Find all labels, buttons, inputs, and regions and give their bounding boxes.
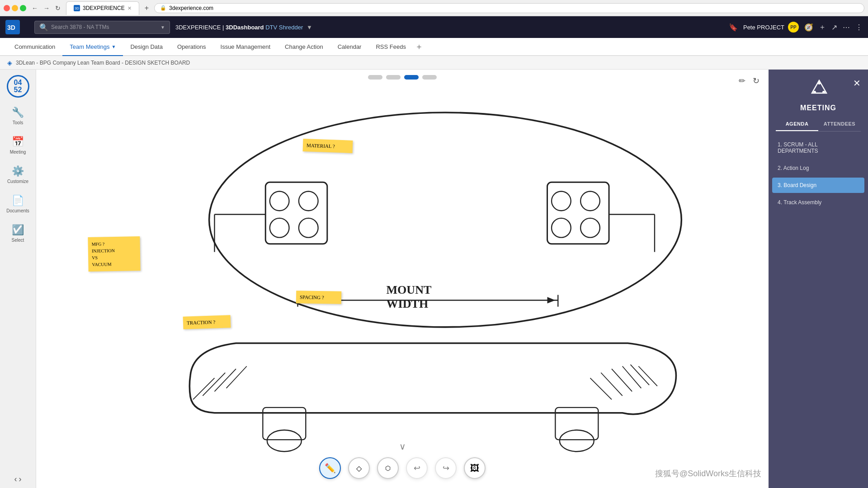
svg-point-2 (209, 113, 682, 327)
minimize-button[interactable] (12, 5, 18, 11)
sticky-note-spacing[interactable]: SPACING ? (296, 291, 341, 304)
svg-point-5 (299, 191, 318, 211)
undo-button[interactable]: ↩ (406, 457, 428, 479)
tab-agenda[interactable]: AGENDA (776, 117, 818, 131)
agenda-item-4[interactable]: 4. Track Assembly (772, 195, 864, 210)
tab-change-action[interactable]: Change Action (278, 38, 330, 56)
meeting-panel-title: MEETING (769, 104, 868, 117)
refresh-canvas-button[interactable]: ↻ (751, 74, 761, 88)
slide-dot-3[interactable] (404, 75, 419, 80)
meeting-panel-tabs: AGENDA ATTENDEES (776, 117, 861, 131)
pencil-tool-button[interactable]: ✏️ (319, 457, 341, 479)
agenda-item-3[interactable]: 3. Board Design (772, 178, 864, 193)
meeting-label: Meeting (10, 150, 26, 155)
svg-line-31 (226, 366, 247, 389)
compass-icon[interactable]: 🧭 (804, 23, 813, 32)
sidebar-item-tools[interactable]: 🔧 Tools (3, 103, 33, 129)
svg-line-36 (631, 365, 650, 385)
window-controls (4, 5, 26, 11)
tools-label: Tools (13, 120, 23, 125)
svg-point-12 (580, 191, 600, 211)
customize-icon: ⚙️ (12, 165, 24, 177)
slide-dot-1[interactable] (368, 75, 382, 80)
app-logo[interactable]: 3D (5, 20, 20, 34)
header-search-bar[interactable]: 🔍 ▼ (34, 21, 170, 34)
chevron-down-icon[interactable]: ∨ (399, 441, 406, 452)
sidebar-item-select[interactable]: ☑️ Select (3, 221, 33, 246)
meeting-panel-header: ✕ (769, 70, 868, 104)
browser-tab[interactable]: 3D 3DEXPERIENCE ✕ (66, 1, 139, 15)
svg-point-7 (299, 218, 318, 238)
canvas-area[interactable]: ✏ ↻ (36, 70, 769, 488)
project-dropdown-icon[interactable]: ▼ (307, 24, 312, 31)
address-bar[interactable]: 🔒 3dexperience.com (154, 3, 864, 13)
svg-text:WIDTH: WIDTH (386, 297, 428, 310)
tab-team-meetings[interactable]: Team Meetings ▼ (62, 38, 123, 56)
app-title-text: 3DEXPERIENCE | 3DDashboard DTV Shredder … (175, 24, 312, 31)
agenda-item-2[interactable]: 2. Action Log (772, 160, 864, 176)
slide-dot-2[interactable] (386, 75, 401, 80)
slide-dot-4[interactable] (422, 75, 437, 80)
select-label: Select (12, 238, 24, 243)
tab-calendar[interactable]: Calendar (330, 38, 369, 56)
svg-rect-24 (263, 408, 306, 440)
svg-line-32 (590, 378, 612, 399)
svg-rect-26 (555, 408, 598, 440)
sticky-note-mfg[interactable]: MFG ?INJECTIONVSVACUUM (88, 236, 140, 272)
tab-communication[interactable]: Communication (7, 38, 62, 56)
timer-widget[interactable]: 04 52 (7, 75, 29, 98)
new-tab-button[interactable]: + (143, 3, 151, 13)
agenda-item-1[interactable]: 1. SCRUM - ALL DEPARTMENTS (772, 137, 864, 159)
edit-canvas-button[interactable]: ✏ (737, 74, 747, 88)
svg-point-4 (270, 191, 289, 211)
prev-button[interactable]: ‹ (14, 474, 17, 484)
maximize-button[interactable] (20, 5, 26, 11)
close-panel-button[interactable]: ✕ (853, 79, 861, 88)
nav-arrows: ‹ › (11, 466, 25, 483)
tab-issue-management[interactable]: Issue Management (213, 38, 278, 56)
timer-min: 52 (14, 86, 22, 94)
lock-icon: 🔒 (160, 5, 166, 11)
svg-point-13 (552, 218, 571, 238)
network-icon[interactable]: ⋯ (843, 23, 850, 32)
svg-point-6 (270, 218, 289, 238)
tab-attendees[interactable]: ATTENDEES (818, 117, 861, 131)
next-button[interactable]: › (19, 474, 22, 484)
close-icon[interactable]: ✕ (127, 5, 132, 11)
reload-button[interactable]: ↻ (53, 4, 62, 13)
sticky-note-traction[interactable]: TRACTION ? (183, 315, 231, 329)
sidebar-item-customize[interactable]: ⚙️ Customize (3, 162, 33, 188)
add-icon[interactable]: ＋ (819, 23, 826, 32)
image-button[interactable]: 🖼 (464, 457, 486, 479)
documents-icon: 📄 (12, 195, 24, 206)
tab-design-data[interactable]: Design Data (123, 38, 170, 56)
user-area[interactable]: Pete PROJECT PP (743, 22, 799, 33)
sidebar-item-documents[interactable]: 📄 Documents (3, 191, 33, 217)
tools-icon: 🔧 (12, 107, 24, 118)
more-icon[interactable]: ⋮ (855, 23, 863, 32)
tab-dropdown-icon: ▼ (111, 44, 116, 49)
url-text: 3dexperience.com (169, 5, 213, 11)
slide-dots (368, 75, 437, 80)
search-dropdown-icon[interactable]: ▼ (160, 25, 165, 30)
svg-text:MOUNT: MOUNT (386, 283, 432, 296)
redo-button[interactable]: ↪ (435, 457, 457, 479)
shapes-tool-button[interactable]: ⬡ (377, 457, 399, 479)
sidebar-item-meeting[interactable]: 📅 Meeting (3, 132, 33, 158)
share-icon[interactable]: ↗ (831, 23, 837, 32)
forward-button[interactable]: → (42, 4, 52, 13)
tab-rss-feeds[interactable]: RSS Feeds (368, 38, 413, 56)
bookmark-icon[interactable]: 🔖 (729, 23, 738, 32)
close-button[interactable] (4, 5, 10, 11)
add-tab-button[interactable]: ＋ (415, 41, 423, 52)
tab-title: 3DEXPERIENCE (83, 5, 125, 11)
svg-line-28 (193, 378, 214, 399)
meeting-icon-symbol (810, 79, 828, 100)
svg-point-25 (267, 430, 302, 451)
sticky-note-material[interactable]: MATERIAL ? (303, 139, 353, 153)
svg-rect-3 (265, 182, 327, 244)
tab-operations[interactable]: Operations (170, 38, 213, 56)
eraser-tool-button[interactable]: ◇ (348, 457, 370, 479)
back-button[interactable]: ← (30, 4, 40, 13)
search-input[interactable] (51, 24, 158, 30)
